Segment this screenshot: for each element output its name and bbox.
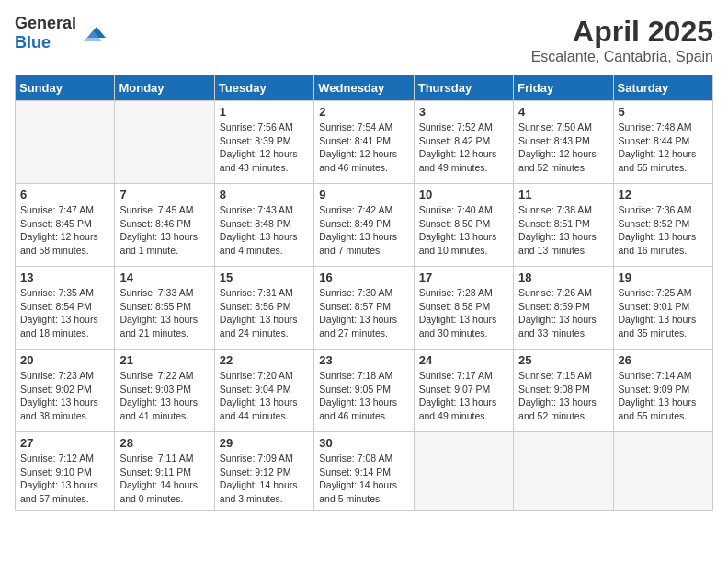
sunrise-text: Sunrise: 7:22 AM [119,370,193,381]
calendar-day-cell: 23Sunrise: 7:18 AMSunset: 9:05 PMDayligh… [314,350,414,432]
day-info: Sunrise: 7:11 AMSunset: 9:11 PMDaylight:… [119,452,209,506]
sunrise-text: Sunrise: 7:14 AM [619,370,692,381]
day-info: Sunrise: 7:31 AMSunset: 8:56 PMDaylight:… [220,286,309,340]
day-info: Sunrise: 7:22 AMSunset: 9:03 PMDaylight:… [119,369,209,423]
sunset-text: Sunset: 8:57 PM [319,301,391,312]
calendar-day-cell: 2Sunrise: 7:54 AMSunset: 8:41 PMDaylight… [314,101,414,184]
calendar-day-cell: 5Sunrise: 7:48 AMSunset: 8:44 PMDaylight… [613,101,712,184]
day-number: 6 [20,188,109,201]
daylight-text: Daylight: 13 hours and 30 minutes. [419,314,497,339]
day-number: 13 [20,270,109,284]
calendar-day-cell: 8Sunrise: 7:43 AMSunset: 8:48 PMDaylight… [214,184,313,267]
day-info: Sunrise: 7:12 AMSunset: 9:10 PMDaylight:… [20,452,109,506]
sunset-text: Sunset: 9:01 PM [619,301,690,312]
sunrise-text: Sunrise: 7:17 AM [419,370,493,381]
sunset-text: Sunset: 8:41 PM [319,135,391,146]
col-friday: Friday [514,75,613,101]
day-number: 1 [220,105,309,119]
sunset-text: Sunset: 9:04 PM [220,384,291,395]
sunrise-text: Sunrise: 7:09 AM [220,453,293,464]
day-info: Sunrise: 7:56 AMSunset: 8:39 PMDaylight:… [220,121,309,175]
day-number: 20 [20,353,109,367]
day-number: 19 [619,270,708,284]
day-info: Sunrise: 7:09 AMSunset: 9:12 PMDaylight:… [220,452,309,506]
daylight-text: Daylight: 13 hours and 35 minutes. [619,314,697,339]
sunset-text: Sunset: 8:54 PM [20,301,92,312]
day-number: 3 [419,105,508,119]
daylight-text: Daylight: 13 hours and 13 minutes. [518,231,597,256]
daylight-text: Daylight: 13 hours and 21 minutes. [119,314,198,339]
sunrise-text: Sunrise: 7:15 AM [518,370,592,381]
sunset-text: Sunset: 8:42 PM [419,135,491,146]
daylight-text: Daylight: 13 hours and 57 minutes. [20,479,98,504]
sunrise-text: Sunrise: 7:38 AM [518,204,592,215]
logo-icon [80,19,108,47]
day-info: Sunrise: 7:47 AMSunset: 8:45 PMDaylight:… [20,203,109,258]
day-number: 9 [319,188,408,201]
calendar-day-cell: 3Sunrise: 7:52 AMSunset: 8:42 PMDaylight… [414,101,513,184]
calendar-day-cell: 24Sunrise: 7:17 AMSunset: 9:07 PMDayligh… [414,350,513,432]
daylight-text: Daylight: 14 hours and 5 minutes. [319,479,397,504]
daylight-text: Daylight: 13 hours and 10 minutes. [419,231,497,256]
sunset-text: Sunset: 8:43 PM [518,135,590,146]
calendar-day-cell: 16Sunrise: 7:30 AMSunset: 8:57 PMDayligh… [314,267,414,350]
sunset-text: Sunset: 9:11 PM [119,466,191,477]
sunrise-text: Sunrise: 7:30 AM [319,287,392,298]
daylight-text: Daylight: 12 hours and 43 minutes. [220,148,298,173]
day-info: Sunrise: 7:36 AMSunset: 8:52 PMDaylight:… [619,203,708,258]
daylight-text: Daylight: 13 hours and 27 minutes. [319,314,397,339]
sunrise-text: Sunrise: 7:45 AM [119,204,193,215]
daylight-text: Daylight: 13 hours and 52 minutes. [518,396,597,421]
sunrise-text: Sunrise: 7:48 AM [619,121,692,132]
sunset-text: Sunset: 9:12 PM [220,466,291,477]
daylight-text: Daylight: 13 hours and 18 minutes. [20,314,98,339]
sunrise-text: Sunrise: 7:42 AM [319,204,392,215]
calendar-day-cell: 28Sunrise: 7:11 AMSunset: 9:11 PMDayligh… [115,432,214,511]
day-info: Sunrise: 7:43 AMSunset: 8:48 PMDaylight:… [220,203,309,258]
sunrise-text: Sunrise: 7:11 AM [119,453,193,464]
daylight-text: Daylight: 13 hours and 16 minutes. [619,231,697,256]
calendar-day-cell: 21Sunrise: 7:22 AMSunset: 9:03 PMDayligh… [115,350,214,432]
day-info: Sunrise: 7:42 AMSunset: 8:49 PMDaylight:… [319,203,408,258]
day-info: Sunrise: 7:14 AMSunset: 9:09 PMDaylight:… [619,369,708,423]
day-number: 10 [419,188,508,201]
daylight-text: Daylight: 14 hours and 0 minutes. [119,479,198,504]
day-info: Sunrise: 7:38 AMSunset: 8:51 PMDaylight:… [518,203,608,258]
sunrise-text: Sunrise: 7:18 AM [319,370,392,381]
calendar-subtitle: Escalante, Cantabria, Spain [531,49,713,65]
calendar-day-cell: 17Sunrise: 7:28 AMSunset: 8:58 PMDayligh… [414,267,513,350]
sunrise-text: Sunrise: 7:47 AM [20,204,94,215]
day-info: Sunrise: 7:30 AMSunset: 8:57 PMDaylight:… [319,286,408,340]
daylight-text: Daylight: 12 hours and 52 minutes. [518,148,597,173]
sunrise-text: Sunrise: 7:33 AM [119,287,193,298]
day-info: Sunrise: 7:40 AMSunset: 8:50 PMDaylight:… [419,203,508,258]
day-number: 5 [619,105,708,119]
calendar-day-cell: 14Sunrise: 7:33 AMSunset: 8:55 PMDayligh… [115,267,214,350]
logo-wordmark: General Blue [15,15,76,52]
day-number: 15 [220,270,309,284]
day-number: 8 [220,188,309,201]
day-number: 23 [319,353,408,367]
sunset-text: Sunset: 8:49 PM [319,218,391,229]
calendar-week-row: 20Sunrise: 7:23 AMSunset: 9:02 PMDayligh… [16,350,713,432]
logo-general-text: General [15,14,76,32]
day-info: Sunrise: 7:52 AMSunset: 8:42 PMDaylight:… [419,121,508,175]
day-number: 29 [220,436,309,450]
sunrise-text: Sunrise: 7:08 AM [319,453,392,464]
day-number: 2 [319,105,408,119]
sunrise-text: Sunrise: 7:36 AM [619,204,692,215]
day-info: Sunrise: 7:33 AMSunset: 8:55 PMDaylight:… [119,286,209,340]
calendar-day-cell: 30Sunrise: 7:08 AMSunset: 9:14 PMDayligh… [314,432,414,511]
sunrise-text: Sunrise: 7:50 AM [518,121,592,132]
sunrise-text: Sunrise: 7:25 AM [619,287,692,298]
calendar-day-cell [414,432,513,511]
day-number: 18 [518,270,608,284]
daylight-text: Daylight: 13 hours and 1 minute. [119,231,198,256]
daylight-text: Daylight: 12 hours and 55 minutes. [619,148,697,173]
sunset-text: Sunset: 9:14 PM [319,466,391,477]
page-header: General Blue April 2025 Escalante, Canta… [15,15,713,65]
calendar-day-cell: 13Sunrise: 7:35 AMSunset: 8:54 PMDayligh… [16,267,115,350]
calendar-header-row: Sunday Monday Tuesday Wednesday Thursday… [16,75,713,101]
calendar-day-cell: 11Sunrise: 7:38 AMSunset: 8:51 PMDayligh… [514,184,613,267]
day-number: 24 [419,353,508,367]
